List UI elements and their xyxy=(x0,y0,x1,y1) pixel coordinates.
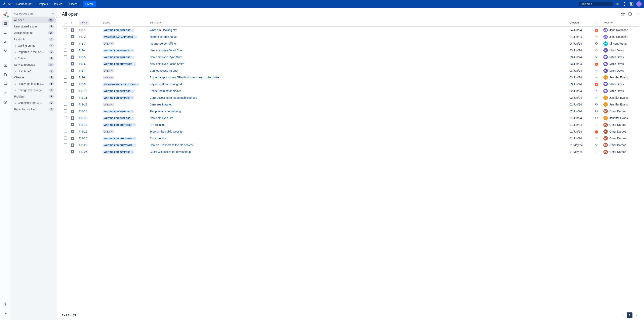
col-type[interactable]: T xyxy=(69,19,77,26)
issue-key-link[interactable]: TIS-26 xyxy=(79,150,87,154)
summary-link[interactable]: New employee Jim xyxy=(150,116,173,120)
status-lozenge[interactable]: OPEN xyxy=(103,42,114,45)
reporter[interactable]: ODOmar Darboe xyxy=(604,143,637,147)
issue-key-link[interactable]: TIS-3 xyxy=(79,42,86,45)
reporter[interactable]: MDMitch Davis xyxy=(604,89,637,93)
nav-item-assets[interactable]: Assets xyxy=(67,1,82,7)
rail-settings-icon[interactable] xyxy=(2,301,8,307)
summary-link[interactable]: New employee Jacob Smith xyxy=(150,62,184,66)
issue-key-link[interactable]: TIS-10 xyxy=(79,89,87,92)
summary-link[interactable]: Guest wifi access for dev meetup xyxy=(150,150,191,154)
sidebar-item-12[interactable]: Problem1 xyxy=(12,94,56,100)
sidebar-item-1[interactable]: Unassigned issues1 xyxy=(12,24,56,30)
summary-link[interactable]: New employee Ryan Silva xyxy=(150,56,182,59)
summary-link[interactable]: Phone redirect for mdavis xyxy=(150,89,182,92)
issue-key-link[interactable]: TIS-12 xyxy=(79,103,87,106)
jira-logo[interactable]: Jira xyxy=(2,2,12,6)
issue-key-link[interactable]: TIS-23 xyxy=(79,144,87,147)
row-checkbox[interactable] xyxy=(64,48,67,52)
sidebar-item-13[interactable]: Completed last 30 days0 xyxy=(12,100,56,106)
status-lozenge[interactable]: WAITING FOR SUPPORT xyxy=(103,29,134,32)
rail-monitor-icon[interactable] xyxy=(2,81,8,87)
issue-key-link[interactable]: TIS-11 xyxy=(79,96,87,99)
status-lozenge[interactable]: WAITING FOR CUSTOMER xyxy=(103,144,136,147)
row-checkbox[interactable] xyxy=(64,130,67,133)
pager-prev[interactable] xyxy=(620,312,626,318)
summary-link[interactable]: Intranet server offline xyxy=(150,42,176,45)
row-checkbox[interactable] xyxy=(64,96,67,99)
row-checkbox[interactable] xyxy=(64,69,67,72)
issue-key-link[interactable]: TIS-1 xyxy=(79,28,86,32)
reporter[interactable]: JEJennifer Evans xyxy=(604,102,637,107)
reporter[interactable]: ODOmar Darboe xyxy=(604,136,637,140)
issue-key-link[interactable]: TIS-4 xyxy=(79,49,86,52)
reporter[interactable]: MDMitch Davis xyxy=(604,48,637,52)
rail-inbox-icon[interactable] xyxy=(2,62,8,69)
status-lozenge[interactable]: WAITING FOR SUPPORT xyxy=(103,96,134,100)
sidebar-item-4[interactable]: Waiting on me6 xyxy=(12,42,56,48)
sidebar-item-6[interactable]: Critical2 xyxy=(12,55,56,61)
status-lozenge[interactable]: OPEN xyxy=(103,103,114,106)
rail-page-icon[interactable] xyxy=(2,72,8,78)
reporter[interactable]: JEJennifer Evans xyxy=(604,116,637,120)
status-lozenge[interactable]: OPEN xyxy=(103,69,114,72)
summary-link[interactable]: Migrate intranet server xyxy=(150,35,178,38)
summary-link[interactable]: What am I looking at? xyxy=(150,28,176,32)
col-reporter[interactable]: Reporter xyxy=(602,19,639,26)
status-lozenge[interactable]: WAITING FOR SUPPORT xyxy=(103,90,134,93)
star-icon[interactable] xyxy=(621,12,625,17)
reporter[interactable]: MDMitch Davis xyxy=(604,62,637,66)
reporter[interactable]: MDMitch Davis xyxy=(604,68,637,73)
col-summary[interactable]: Summary xyxy=(148,19,568,26)
gear-icon[interactable] xyxy=(629,2,634,6)
row-checkbox[interactable] xyxy=(64,123,67,126)
issue-key-link[interactable]: TIS-8 xyxy=(79,76,86,79)
row-checkbox[interactable] xyxy=(64,42,67,45)
status-lozenge[interactable]: WAITING FOR CUSTOMER xyxy=(103,62,136,66)
sidebar-item-9[interactable]: Change2 xyxy=(12,74,56,80)
status-lozenge[interactable]: AWAITING IMPLEMENTATION xyxy=(103,83,139,86)
search-input[interactable] xyxy=(583,2,611,6)
reporter[interactable]: JRJane Rotanson xyxy=(604,28,637,32)
rail-expand-icon[interactable] xyxy=(2,310,8,316)
nav-item-projects[interactable]: Projects xyxy=(36,1,52,7)
reporter[interactable]: ODOmar Darboe xyxy=(604,122,637,127)
row-checkbox[interactable] xyxy=(64,28,67,31)
col-key[interactable]: Key xyxy=(77,19,101,26)
summary-link[interactable]: Extra monitor xyxy=(150,137,166,140)
issue-key-link[interactable]: TIS-13 xyxy=(79,110,87,113)
rail-queues-icon[interactable] xyxy=(2,20,8,27)
summary-link[interactable]: Can't access Intranet on mobile phone xyxy=(150,96,197,99)
reporter[interactable]: ODOmar Darboe xyxy=(604,129,637,134)
summary-link[interactable]: New employee David Chen xyxy=(150,49,184,52)
row-checkbox[interactable] xyxy=(64,89,67,92)
info-icon[interactable] xyxy=(628,12,632,17)
row-checkbox[interactable] xyxy=(64,116,67,119)
issue-key-link[interactable]: TIS-5 xyxy=(79,56,86,59)
sidebar-item-3[interactable]: Incidents5 xyxy=(12,36,56,42)
issue-key-link[interactable]: TIS-2 xyxy=(79,35,86,38)
collapse-sidebar-button[interactable] xyxy=(54,15,60,20)
rail-people-icon[interactable] xyxy=(2,30,8,36)
more-icon[interactable] xyxy=(635,12,639,17)
summary-link[interactable]: Typo on the public website xyxy=(150,130,182,133)
sidebar-item-11[interactable]: Emergency change0 xyxy=(12,87,56,93)
sidebar-item-8[interactable]: Due in 24h5 xyxy=(12,68,56,74)
megaphone-icon[interactable] xyxy=(615,2,620,6)
status-lozenge[interactable]: WAITING FOR SUPPORT xyxy=(103,150,134,154)
sidebar-item-7[interactable]: Service requests14 xyxy=(12,62,56,68)
reporter[interactable]: JEJennifer Evans xyxy=(604,96,637,100)
issue-key-link[interactable]: TIS-18 xyxy=(79,123,87,126)
row-checkbox[interactable] xyxy=(64,76,67,78)
user-avatar[interactable] xyxy=(636,2,642,6)
rail-compass-icon[interactable] xyxy=(2,99,8,106)
reporter[interactable]: MDMitch Davis xyxy=(604,82,637,86)
row-checkbox[interactable] xyxy=(64,35,67,38)
reporter[interactable]: MDMitch Davis xyxy=(604,55,637,59)
status-lozenge[interactable]: OPEN xyxy=(103,76,114,79)
status-lozenge[interactable]: WAITING FOR SUPPORT xyxy=(103,56,134,59)
col-priority[interactable]: P xyxy=(592,19,602,26)
summary-link[interactable]: The printer is not working xyxy=(150,110,181,113)
sidebar-item-2[interactable]: Assigned to me14 xyxy=(12,30,56,36)
issue-key-link[interactable]: TIS-15 xyxy=(79,116,87,120)
